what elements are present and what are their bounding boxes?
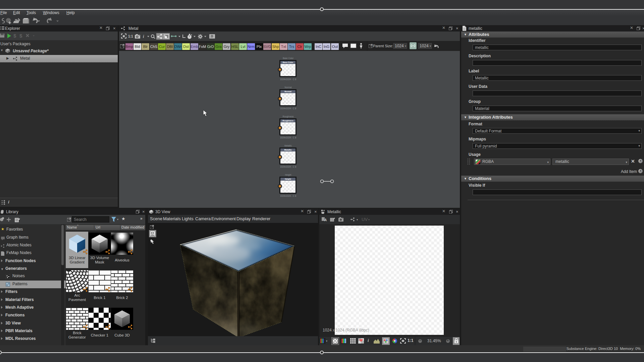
svg-text:$: $: [13, 33, 16, 39]
svg-text:$: $: [19, 33, 22, 39]
svg-text:A: A: [324, 218, 327, 222]
svg-text:i: i: [143, 34, 144, 39]
svg-text:1:1: 1:1: [128, 35, 133, 38]
